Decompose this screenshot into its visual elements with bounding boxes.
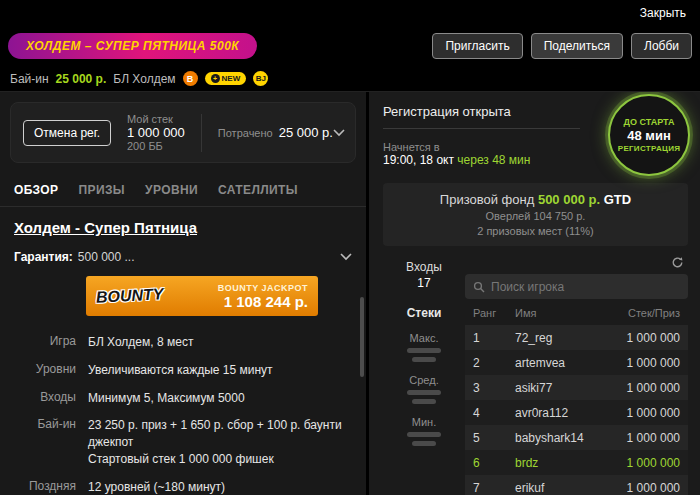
table-header: Ранг Имя Стек/Приз [465,299,688,325]
guarantee-label: Гарантия: [14,250,73,264]
entries-label: Входы [383,260,465,274]
detail-row: Уровни Увеличиваются каждые 15 минут [14,362,352,379]
my-stack-bb: 200 ББ [127,140,185,152]
buyin-label: Бай-ин [10,72,49,86]
overlay-value: 104 750 р. [533,210,585,222]
cancel-registration-button[interactable]: Отмена рег. [23,120,111,146]
bounty-jackpot-value: 1 108 244 р. [218,293,308,310]
buyin-value: 25 000 р. [56,72,107,86]
skeleton-bar [407,432,441,437]
tournament-details: Игра БЛ Холдем, 8 мест Уровни Увеличиваю… [14,334,352,495]
chevron-down-icon[interactable] [333,129,345,137]
close-button[interactable]: Закрыть [640,6,686,20]
spent-label: Потрачено [218,127,273,139]
topbar: Закрыть [0,0,700,26]
detail-row: Входы Минимум 5, Максимум 5000 [14,390,352,407]
spent-value: 25 000 р. [279,125,333,140]
entries-value: 17 [383,276,465,290]
registration-panel: Регистрация открыта Начнется в 19:00, 18… [369,92,700,495]
detail-row: Игра БЛ Холдем, 8 мест [14,334,352,351]
tab-overview[interactable]: ОБЗОР [14,183,59,197]
buyin-info-bar: Бай-ин 25 000 р. БЛ Холдем B +NEW BJ [0,66,700,92]
overlay-label: Оверлей [486,210,531,222]
guarantee-value: 500 000 ... [78,250,135,264]
table-row[interactable]: 1 72_reg 1 000 000 [465,325,688,350]
tab-satellites[interactable]: САТЕЛЛИТЫ [218,183,298,197]
chevron-down-icon[interactable] [340,253,352,261]
share-button[interactable]: Поделиться [531,33,623,59]
header-row: ХОЛДЕМ – СУПЕР ПЯТНИЦА 500К Пригласить П… [0,26,700,66]
search-icon [473,281,485,293]
tournament-lobby-window: Закрыть ХОЛДЕМ – СУПЕР ПЯТНИЦА 500К Приг… [0,0,700,495]
my-stack-label: Мой стек [127,113,185,125]
tab-levels[interactable]: УРОВНИ [145,183,198,197]
tournament-title-badge: ХОЛДЕМ – СУПЕР ПЯТНИЦА 500К [8,33,257,59]
game-type-label: БЛ Холдем [113,72,175,86]
my-stack-value: 1 000 000 [127,125,185,140]
tournament-info-panel: Отмена рег. Мой стек 1 000 000 200 ББ По… [0,92,366,495]
avg-stack-label: Сред. [383,374,465,386]
countdown-badge: ДО СТАРТА 48 мин РЕГИСТРАЦИЯ [608,94,690,176]
new-badge: +NEW [205,72,247,85]
divider [383,128,580,129]
gtd-badge: GTD [604,192,631,207]
starts-time: 19:00, 18 окт [383,153,454,167]
tab-prizes[interactable]: ПРИЗЫ [79,183,126,197]
table-rows: 1 72_reg 1 000 000 2 artemvea 1 000 000 … [465,325,688,495]
table-row[interactable]: 5 babyshark14 1 000 000 [465,425,688,450]
divider [201,114,202,152]
skeleton-bar [412,357,436,362]
table-row[interactable]: 3 asiki77 1 000 000 [465,375,688,400]
skeleton-bar [407,390,441,395]
max-stack-label: Макс. [383,332,465,344]
players-table: Ранг Имя Стек/Приз 1 72_reg 1 000 000 2 … [465,256,688,495]
prize-pool-value: 500 000 р. [538,192,600,207]
table-row-current-user[interactable]: 6 brdz 1 000 000 [465,450,688,475]
bj-badge: BJ [253,71,268,86]
bounty-logo: BOUNTY [96,285,164,307]
invite-button[interactable]: Пригласить [432,33,522,59]
skeleton-bar [412,441,436,446]
tournament-title: Холдем - Супер Пятница [14,219,352,236]
refresh-icon[interactable] [671,256,684,272]
table-row[interactable]: 4 avr0ra112 1 000 000 [465,400,688,425]
stacks-label: Стеки [383,306,465,320]
prize-pool-box: Призовой фонд 500 000 р. GTD Оверлей 104… [383,183,688,246]
my-stack-box: Отмена рег. Мой стек 1 000 000 200 ББ По… [10,102,356,163]
table-row[interactable]: 2 artemvea 1 000 000 [465,350,688,375]
plus-icon: + [211,74,220,83]
skeleton-bar [407,348,441,353]
detail-row: Бай-ин 23 250 р. приз + 1 650 р. сбор + … [14,417,352,467]
stats-column: Входы 17 Стеки Макс. Сред. [383,256,465,495]
detail-row: Поздняя 12 уровней (~180 минут) [14,479,352,495]
scrollbar[interactable] [360,297,364,377]
prize-pool-label: Призовой фонд [440,192,534,207]
prize-places: 2 призовых мест (11%) [391,225,680,237]
bounty-jackpot-label: BOUNTY JACKPOT [218,283,308,293]
lobby-button[interactable]: Лобби [631,33,692,59]
search-input[interactable] [491,280,680,294]
skeleton-bar [412,399,436,404]
info-tabs: ОБЗОР ПРИЗЫ УРОВНИ САТЕЛЛИТЫ [0,173,366,207]
player-search[interactable] [465,274,688,299]
min-stack-label: Мин. [383,416,465,428]
bounty-icon: B [183,71,198,86]
table-row[interactable]: 7 erikuf 1 000 000 [465,475,688,495]
bounty-jackpot-banner: BOUNTY BOUNTY JACKPOT 1 108 244 р. [86,276,318,316]
starts-countdown: через 48 мин [457,153,530,167]
guarantee-row: Гарантия: 500 000 ... [14,250,352,264]
